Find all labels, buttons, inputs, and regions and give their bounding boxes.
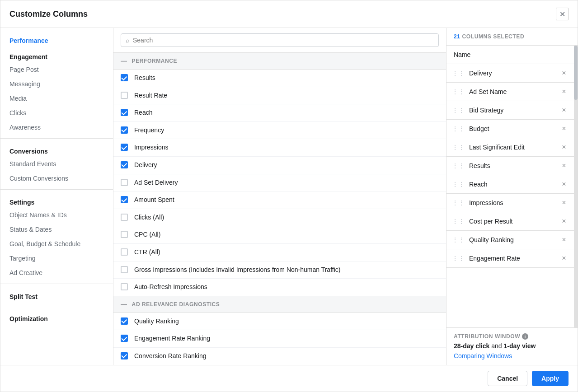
column-name-budget: Budget xyxy=(469,125,559,132)
checkbox-ctr-all[interactable] xyxy=(121,248,128,256)
checkbox-frequency[interactable] xyxy=(121,126,128,134)
sidebar-item-awareness[interactable]: Awareness xyxy=(0,120,113,135)
section-header-ad-relevance[interactable]: —AD RELEVANCE DIAGNOSTICS xyxy=(113,296,446,313)
column-name-bid-strategy: Bid Strategy xyxy=(469,107,559,114)
sidebar-item-page-post[interactable]: Page Post xyxy=(0,62,113,77)
checkbox-label-conversion-rate-ranking: Conversion Rate Ranking xyxy=(134,352,207,361)
sidebar-item-targeting[interactable]: Targeting xyxy=(0,251,113,266)
checkbox-row-auto-refresh-impressions[interactable]: Auto-Refresh Impressions xyxy=(113,279,446,296)
checkbox-clicks-all[interactable] xyxy=(121,214,128,221)
column-name-quality-ranking: Quality Ranking xyxy=(469,236,559,243)
checkbox-row-amount-spent[interactable]: Amount Spent xyxy=(113,191,446,209)
remove-column-button-bid-strategy[interactable]: × xyxy=(559,106,569,115)
column-name-last-significant-edit: Last Significant Edit xyxy=(469,144,559,151)
column-row-engagement-rate[interactable]: ⋮⋮Engagement Rate× xyxy=(446,249,574,268)
remove-column-button-quality-ranking[interactable]: × xyxy=(559,235,569,244)
checkbox-results[interactable] xyxy=(121,74,128,81)
checkbox-row-ctr-all[interactable]: CTR (All) xyxy=(113,244,446,261)
remove-column-button-ad-set-name[interactable]: × xyxy=(559,87,569,96)
checkbox-row-frequency[interactable]: Frequency xyxy=(113,122,446,140)
column-row-ad-set-name[interactable]: ⋮⋮Ad Set Name× xyxy=(446,83,574,101)
collapse-icon: — xyxy=(121,57,127,65)
checkbox-row-clicks-all[interactable]: Clicks (All) xyxy=(113,209,446,227)
checkbox-label-result-rate: Result Rate xyxy=(134,91,167,100)
checkbox-delivery[interactable] xyxy=(121,161,128,168)
checkbox-cpc-all[interactable] xyxy=(121,231,128,238)
columns-selected-header: 21 COLUMNS SELECTED xyxy=(446,28,578,46)
checkbox-row-engagement-rate-ranking[interactable]: Engagement Rate Ranking xyxy=(113,330,446,348)
remove-column-button-results[interactable]: × xyxy=(559,161,569,170)
checkbox-label-cpc-all: CPC (All) xyxy=(134,230,160,239)
sidebar-item-ad-creative[interactable]: Ad Creative xyxy=(0,266,113,280)
checkbox-conversion-rate-ranking[interactable] xyxy=(121,352,128,359)
column-row-bid-strategy[interactable]: ⋮⋮Bid Strategy× xyxy=(446,101,574,120)
sidebar-item-custom-conversions[interactable]: Custom Conversions xyxy=(0,171,113,186)
checkbox-reach[interactable] xyxy=(121,109,128,116)
checkbox-row-result-rate[interactable]: Result Rate xyxy=(113,87,446,105)
sidebar-item-standard-events[interactable]: Standard Events xyxy=(0,157,113,171)
remove-column-button-budget[interactable]: × xyxy=(559,124,569,133)
sidebar-item-goal-budget-schedule[interactable]: Goal, Budget & Schedule xyxy=(0,237,113,251)
column-row-budget[interactable]: ⋮⋮Budget× xyxy=(446,120,574,138)
sidebar-divider xyxy=(0,284,113,284)
attribution-click: 28-day click xyxy=(454,342,489,350)
info-icon[interactable]: i xyxy=(522,333,528,340)
checkbox-quality-ranking[interactable] xyxy=(121,317,128,325)
checkbox-label-delivery: Delivery xyxy=(134,161,157,170)
checkbox-amount-spent[interactable] xyxy=(121,196,128,203)
checkbox-auto-refresh-impressions[interactable] xyxy=(121,283,128,290)
checkbox-impressions[interactable] xyxy=(121,144,128,151)
checkbox-row-results[interactable]: Results xyxy=(113,70,446,87)
sidebar-item-messaging[interactable]: Messaging xyxy=(0,77,113,91)
section-header-performance[interactable]: —PERFORMANCE xyxy=(113,53,446,70)
column-name-ad-set-name: Ad Set Name xyxy=(469,88,559,95)
scrollbar-right[interactable] xyxy=(574,46,578,327)
checkbox-engagement-rate-ranking[interactable] xyxy=(121,335,128,342)
column-row-impressions[interactable]: ⋮⋮Impressions× xyxy=(446,194,574,212)
sidebar-item-status-dates[interactable]: Status & Dates xyxy=(0,222,113,237)
column-row-cost-per-result[interactable]: ⋮⋮Cost per Result× xyxy=(446,212,574,231)
checkbox-result-rate[interactable] xyxy=(121,92,128,99)
column-row-last-significant-edit[interactable]: ⋮⋮Last Significant Edit× xyxy=(446,138,574,157)
checkbox-row-reach[interactable]: Reach xyxy=(113,104,446,122)
remove-column-button-engagement-rate[interactable]: × xyxy=(559,254,569,263)
sidebar-item-clicks[interactable]: Clicks xyxy=(0,106,113,120)
remove-column-button-cost-per-result[interactable]: × xyxy=(559,217,569,226)
sidebar-item-performance[interactable]: Performance xyxy=(0,33,113,48)
checkbox-row-cpc-all[interactable]: CPC (All) xyxy=(113,226,446,244)
checkbox-row-quality-ranking[interactable]: Quality Ranking xyxy=(113,313,446,331)
modal-title: Customize Columns xyxy=(9,9,88,19)
checkbox-row-ad-set-delivery[interactable]: Ad Set Delivery xyxy=(113,174,446,192)
checkbox-row-delivery[interactable]: Delivery xyxy=(113,157,446,174)
checkbox-ad-set-delivery[interactable] xyxy=(121,179,128,186)
search-input-wrap[interactable]: ⌕ xyxy=(121,33,439,47)
column-name-impressions: Impressions xyxy=(469,199,559,206)
search-input[interactable] xyxy=(133,37,434,44)
sidebar-item-object-names-ids[interactable]: Object Names & IDs xyxy=(0,208,113,222)
checkbox-row-conversion-rate-ranking[interactable]: Conversion Rate Ranking xyxy=(113,348,446,365)
drag-icon: ⋮⋮ xyxy=(452,218,465,225)
right-panel-body: Name⋮⋮Delivery×⋮⋮Ad Set Name×⋮⋮Bid Strat… xyxy=(446,46,578,327)
drag-icon: ⋮⋮ xyxy=(452,107,465,114)
attribution-view: 1-day view xyxy=(504,342,536,350)
sidebar-item-media[interactable]: Media xyxy=(0,91,113,106)
checkbox-row-gross-impressions[interactable]: Gross Impressions (Includes Invalid Impr… xyxy=(113,261,446,279)
column-row-delivery[interactable]: ⋮⋮Delivery× xyxy=(446,64,574,83)
checkbox-label-auto-refresh-impressions: Auto-Refresh Impressions xyxy=(134,283,207,292)
remove-column-button-reach[interactable]: × xyxy=(559,180,569,189)
apply-button[interactable]: Apply xyxy=(532,371,569,386)
remove-column-button-last-significant-edit[interactable]: × xyxy=(559,143,569,152)
column-row-quality-ranking[interactable]: ⋮⋮Quality Ranking× xyxy=(446,231,574,249)
close-button[interactable]: ✕ xyxy=(556,8,569,20)
remove-column-button-impressions[interactable]: × xyxy=(559,198,569,207)
cancel-button[interactable]: Cancel xyxy=(488,371,527,386)
drag-icon: ⋮⋮ xyxy=(452,144,465,151)
column-row-results[interactable]: ⋮⋮Results× xyxy=(446,157,574,175)
checkbox-row-impressions[interactable]: Impressions xyxy=(113,139,446,157)
column-row-reach[interactable]: ⋮⋮Reach× xyxy=(446,175,574,194)
drag-icon: ⋮⋮ xyxy=(452,181,465,188)
remove-column-button-delivery[interactable]: × xyxy=(559,69,569,78)
column-name-delivery: Delivery xyxy=(469,70,559,77)
checkbox-gross-impressions[interactable] xyxy=(121,266,128,273)
comparing-windows-link[interactable]: Comparing Windows xyxy=(454,352,512,359)
